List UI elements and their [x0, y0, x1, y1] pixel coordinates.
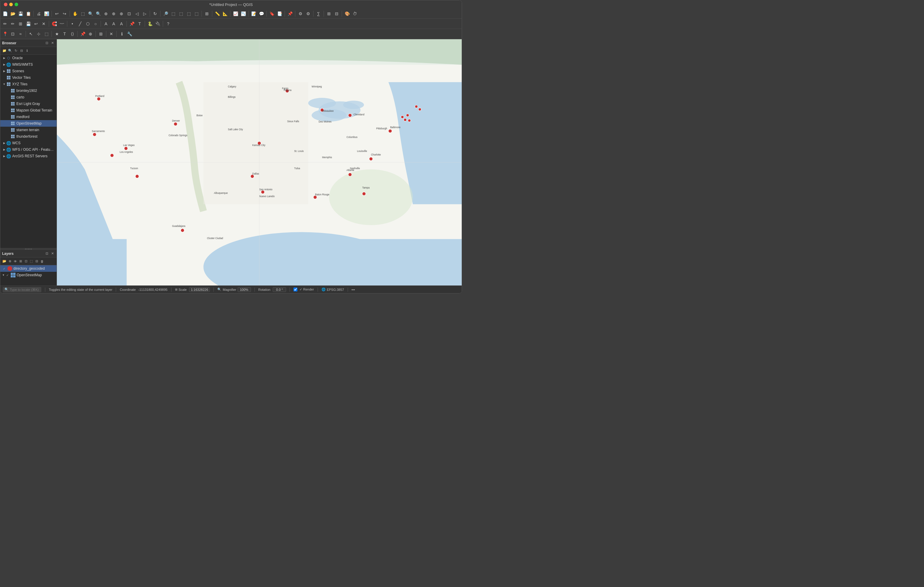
settings-button[interactable]: ⚙ [297, 10, 304, 17]
select-location-button[interactable]: 📍 [2, 30, 8, 38]
cancel-edits-button[interactable]: ✕ [40, 20, 47, 27]
deselect-button[interactable]: ⬚ [177, 10, 185, 17]
multi-edit-button[interactable]: ⊞ [17, 20, 24, 27]
annotation-text-button[interactable]: T [136, 20, 143, 27]
browser-item-scenes[interactable]: ▶ Scenes [0, 68, 56, 74]
save-project-button[interactable]: 💾 [17, 10, 24, 17]
browser-item-bromley[interactable]: bromley1902 [0, 87, 56, 94]
browser-item-wfs[interactable]: ▶ 🌐 WFS / OGC API - Features [0, 146, 56, 153]
label-rotate-button[interactable]: A [118, 20, 125, 27]
help-button[interactable]: ? [165, 20, 172, 27]
redo-button[interactable]: ↪ [61, 10, 68, 17]
layer-visible-icon[interactable]: 👁 [13, 259, 18, 264]
statistical-summary-button[interactable]: 📈 [232, 10, 239, 17]
browser-item-carto[interactable]: carto [0, 94, 56, 100]
digitize-button[interactable]: ✏ [9, 20, 16, 27]
locate-search[interactable]: 🔍 [3, 287, 41, 292]
snap-options-button[interactable]: 🧲 [51, 20, 58, 27]
pan-to-selection-button[interactable]: ⬚ [79, 10, 86, 17]
browser-filter-icon[interactable]: 🔍 [8, 48, 13, 53]
select-features-button[interactable]: ⬚ [170, 10, 177, 17]
style-dock-button[interactable]: 🎨 [343, 10, 351, 17]
plugin-manager-button[interactable]: 🔌 [154, 20, 161, 27]
print-layout-button[interactable]: 🖨 [35, 10, 42, 17]
zoom-to-selection-button[interactable]: ⊕ [110, 10, 117, 17]
browser-item-mapzen[interactable]: Mapzen Global Terrain [0, 107, 56, 113]
map-canvas[interactable]: Calgary Regina Winnipeg Portland Sacrame… [57, 39, 462, 286]
identify-button[interactable]: 🔎 [162, 10, 169, 17]
text-button[interactable]: T [61, 30, 68, 38]
map-tips-button[interactable]: 💬 [258, 10, 265, 17]
data-plotly-button[interactable]: 📉 [239, 10, 247, 17]
browser-item-thunderforest[interactable]: thunderforest [0, 133, 56, 140]
scale-input[interactable] [189, 287, 210, 292]
browser-item-arcgis[interactable]: ▶ 🌐 ArcGIS REST Servers [0, 153, 56, 159]
minimize-button[interactable] [9, 3, 13, 6]
add-point-button[interactable]: • [69, 20, 76, 27]
cursor-button[interactable]: ↖ [27, 30, 35, 38]
browser-item-medford[interactable]: medford [0, 113, 56, 120]
layer-check-osm[interactable]: ✓ [5, 273, 10, 277]
wms-expand-icon[interactable]: ▶ [2, 62, 6, 67]
zoom-to-layer-button[interactable]: ⊕ [118, 10, 125, 17]
maximize-button[interactable] [15, 3, 18, 6]
layer-add-icon[interactable]: ⊕ [7, 259, 12, 264]
wcs-expand-icon[interactable]: ▶ [2, 141, 6, 145]
zoom-out-button[interactable]: 🔍 [95, 10, 102, 17]
save-as-button[interactable]: 📋 [25, 10, 32, 17]
layer-expand-osm[interactable]: ▼ [2, 274, 5, 276]
layout-manager-button[interactable]: ⊟ [333, 10, 340, 17]
browser-item-oracle[interactable]: ▶ ⬡ Oracle [0, 55, 56, 61]
layer-filter-icon[interactable]: ⊞ [18, 259, 23, 264]
browser-item-esri[interactable]: Esri Light Gray [0, 100, 56, 107]
browser-item-vector-tiles[interactable]: Vector Tiles [0, 74, 56, 81]
wfs-expand-icon[interactable]: ▶ [2, 148, 6, 152]
info-button[interactable]: ℹ [118, 30, 125, 38]
measure-area-button[interactable]: 📐 [221, 10, 229, 17]
options-button[interactable]: ⚙ [305, 10, 312, 17]
undo-button[interactable]: ↩ [53, 10, 60, 17]
browser-item-xyz-tiles[interactable]: ▼ XYZ Tiles [0, 81, 56, 87]
annotation-layer-button[interactable]: 📌 [128, 20, 135, 27]
browser-item-stamen[interactable]: stamen terrain [0, 127, 56, 133]
pan-map-button[interactable]: ✋ [71, 10, 79, 17]
browser-expand-icon[interactable]: ⊡ [45, 41, 49, 46]
oracle-expand-icon[interactable]: ▶ [2, 56, 6, 60]
layer-directory-geocoded[interactable]: ✓ directory_geocoded [0, 265, 56, 272]
layers-button[interactable]: ⊞ [325, 10, 333, 17]
wrench-button[interactable]: 🔧 [126, 30, 133, 38]
add-circle-button[interactable]: ○ [92, 20, 99, 27]
temporal-controller-button[interactable]: ⏱ [351, 10, 358, 17]
layer-open-icon[interactable]: 📂 [2, 259, 7, 264]
add-polygon-button[interactable]: ⬡ [84, 20, 91, 27]
browser-collapse-icon[interactable]: ⊟ [19, 48, 24, 53]
zoom-rubber-band-button[interactable]: ⊕ [102, 10, 109, 17]
label-tool-button[interactable]: A [102, 20, 109, 27]
add-line-button[interactable]: ╱ [76, 20, 84, 27]
filter-button[interactable]: ⊞ [97, 30, 104, 38]
new-bookmark-button[interactable]: 🔖 [268, 10, 276, 17]
annotation-button[interactable]: 📌 [286, 10, 294, 17]
zoom-next-button[interactable]: ▷ [141, 10, 148, 17]
measure-line-button[interactable]: 📏 [214, 10, 221, 17]
invert-selection-button[interactable]: ⬚ [193, 10, 200, 17]
layer-remove-icon[interactable]: 🗑 [40, 259, 45, 264]
python-console-button[interactable]: 🐍 [147, 20, 153, 27]
browser-item-wms[interactable]: ▶ 🌐 WMS/WMTS [0, 61, 56, 68]
zoom-in-button[interactable]: 🔍 [87, 10, 94, 17]
open-project-button[interactable]: 📂 [9, 10, 16, 17]
browser-refresh-icon[interactable]: ↻ [13, 48, 18, 53]
browser-item-openstreetmap[interactable]: OpenStreetMap [0, 120, 56, 127]
zoom-last-button[interactable]: ◁ [134, 10, 140, 17]
cross-button[interactable]: ✕ [108, 30, 115, 38]
new-project-button[interactable]: 📄 [2, 10, 8, 17]
scenes-expand-icon[interactable]: ▶ [2, 69, 6, 73]
layer-check-geocoded[interactable]: ✓ [2, 266, 6, 271]
current-edits-button[interactable]: ✏ [2, 20, 8, 27]
browser-options-icon[interactable]: ℹ [25, 48, 30, 53]
browser-close-icon[interactable]: ✕ [50, 41, 55, 46]
select-all-button[interactable]: ⬚ [185, 10, 192, 17]
layer-sort-icon[interactable]: ⊟ [34, 259, 39, 264]
refresh-button[interactable]: ↻ [152, 10, 158, 17]
magnifier-input[interactable] [238, 287, 251, 292]
